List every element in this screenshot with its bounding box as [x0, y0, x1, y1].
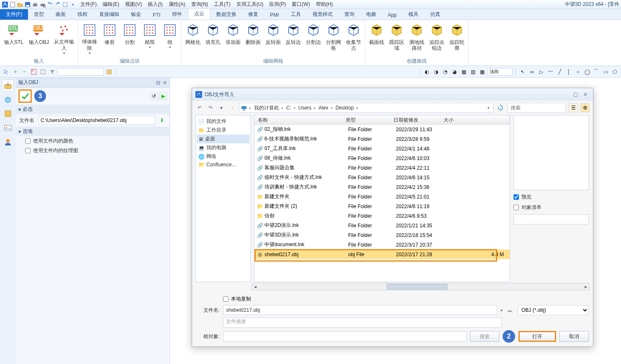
- plus-icon[interactable]: ＋: [12, 68, 19, 76]
- close-icon[interactable]: ✕: [163, 80, 167, 86]
- tree-item[interactable]: 🌐网络: [197, 152, 249, 161]
- preview-checkbox[interactable]: 预览: [513, 193, 590, 201]
- opt-use-color[interactable]: 使用文件内的颜色: [16, 136, 169, 146]
- ribbon-tab[interactable]: 电极: [360, 9, 382, 20]
- ribbon-tab[interactable]: 直接编辑: [93, 9, 125, 20]
- file-row[interactable]: ◎shebei0217.objobj File2022/2/17 21:284.…: [254, 249, 510, 259]
- file-row[interactable]: 📁新建文件夹File Folder2022/4/5 21:01: [254, 192, 510, 201]
- ribbon-tab[interactable]: 视觉样式: [307, 9, 339, 20]
- view-options-icon[interactable]: ⚙: [580, 103, 590, 112]
- file-row[interactable]: 🔗培训素材 - 快捷方式.lnkFile Folder2022/4/2 15:3…: [254, 182, 510, 192]
- ribbon-button[interactable]: 分割: [120, 21, 139, 55]
- menu-item[interactable]: 帮助(H): [313, 0, 336, 8]
- save-icon[interactable]: [24, 1, 31, 8]
- breadcrumb-dropdown[interactable]: ▾: [486, 106, 491, 110]
- poly-icon[interactable]: ⬠: [611, 68, 618, 76]
- file-row[interactable]: 🔗02_报销.lnkFile Folder2022/3/29 11:43: [254, 125, 510, 134]
- ribbon-tab[interactable]: 查询: [339, 9, 360, 20]
- redo-icon[interactable]: [54, 1, 61, 8]
- filter-input[interactable]: [58, 68, 104, 76]
- menu-item[interactable]: 应用(P): [267, 0, 288, 8]
- file-row[interactable]: 🔗客服问题合集File Folder2022/4/4 22:11: [254, 163, 510, 173]
- tool-icon[interactable]: ◑: [432, 68, 440, 76]
- ribbon-button[interactable]: 测地线路径: [407, 21, 426, 55]
- ribbon-tab[interactable]: 焊件: [166, 9, 188, 20]
- line-icon[interactable]: ╱: [556, 68, 563, 76]
- maximize-icon[interactable]: ▢: [571, 91, 580, 98]
- arc-icon[interactable]: ⌒: [593, 68, 600, 76]
- line-icon[interactable]: │: [565, 68, 572, 76]
- ribbon-tab[interactable]: App: [382, 10, 403, 20]
- breadcrumb-item[interactable]: 我的计算机: [252, 104, 281, 112]
- scroll-left-icon[interactable]: ◂: [252, 283, 259, 290]
- file-row[interactable]: 📁新建文件夹 (2)File Folder2022/4/6 11:19: [254, 201, 510, 211]
- dropdown-icon[interactable]: ▾: [69, 1, 76, 8]
- ribbon-button[interactable]: 分割边: [304, 21, 323, 55]
- breadcrumb-item[interactable]: Desktop: [334, 105, 356, 111]
- forward-icon[interactable]: ↷: [206, 104, 215, 112]
- ribbon-button[interactable]: 球体移除▾: [80, 21, 99, 55]
- browse-icon[interactable]: ⬇: [158, 116, 166, 125]
- confirm-button[interactable]: [18, 89, 32, 103]
- grid-select-icon[interactable]: [30, 68, 38, 76]
- tool-icon[interactable]: ◕: [451, 68, 458, 76]
- horizontal-scrollbar[interactable]: ◂ ▸: [251, 283, 590, 290]
- menu-item[interactable]: 查询(N): [189, 0, 211, 8]
- ribbon-button[interactable]: 组▾: [160, 21, 180, 55]
- ribbon-tab[interactable]: 点云: [188, 8, 210, 20]
- scroll-thumb[interactable]: [387, 284, 447, 290]
- ribbon-button[interactable]: 跟踪区域: [387, 21, 406, 55]
- ribbon-tab[interactable]: 模具: [403, 9, 424, 20]
- file-row[interactable]: 🔗中望3D演示.lnkFile Folder2022/2/18 15:54: [254, 230, 510, 240]
- up-icon[interactable]: ↑: [228, 104, 236, 112]
- ribbon-tab[interactable]: 数据交换: [210, 9, 242, 20]
- menu-item[interactable]: 插入(I): [145, 0, 165, 8]
- root-input[interactable]: [223, 331, 467, 341]
- tree-item[interactable]: 💻我的电脑: [197, 143, 249, 152]
- menu-item[interactable]: 视图(V): [123, 0, 144, 8]
- apply-icon[interactable]: ▶: [159, 92, 167, 100]
- ribbon-button[interactable]: 填充孔: [203, 21, 223, 55]
- menu-item[interactable]: 实用工具(U): [234, 0, 266, 8]
- menu-item[interactable]: 窗口(W): [289, 0, 312, 8]
- ribbon-button[interactable]: STL输入STL: [2, 21, 26, 55]
- section-required[interactable]: ▾必选: [16, 104, 169, 114]
- ribbon-tab[interactable]: 曲面: [50, 9, 72, 20]
- fullscreen-icon[interactable]: [62, 1, 69, 8]
- ribbon-button[interactable]: 追踪尖锐边: [427, 21, 447, 55]
- chain-icon[interactable]: ∞: [528, 68, 536, 76]
- new-icon[interactable]: [9, 1, 16, 8]
- file-row[interactable]: 🔗6-技术视频录制规范.lnkFile Folder2022/3/28 9:59: [254, 134, 510, 144]
- ribbon-button[interactable]: 删除面: [244, 21, 263, 55]
- tab-cube-icon[interactable]: [2, 94, 14, 105]
- col-name[interactable]: 名称: [254, 115, 342, 124]
- ribbon-button[interactable]: 从文件输入▾: [52, 21, 76, 55]
- file-row[interactable]: 📁信创File Folder2022/4/6 9:53: [254, 211, 510, 221]
- ribbon-button[interactable]: 反转面: [264, 21, 283, 55]
- file-row[interactable]: 🔗08_待做.lnkFile Folder2022/4/6 10:03: [254, 153, 510, 163]
- tool-icon[interactable]: ▩: [478, 68, 486, 76]
- menu-item[interactable]: 编辑(E): [100, 0, 122, 8]
- ribbon-button[interactable]: 精简▾: [140, 21, 159, 55]
- arrow-icon[interactable]: ↖: [519, 68, 526, 76]
- section-options[interactable]: ▾选项: [16, 127, 169, 136]
- filter-icon[interactable]: [49, 68, 56, 76]
- tab-box-icon[interactable]: [2, 108, 14, 120]
- tool-icon[interactable]: ▨: [469, 68, 477, 76]
- close-icon[interactable]: ✕: [581, 91, 590, 98]
- filename-input[interactable]: [223, 305, 497, 315]
- ribbon-tab[interactable]: 文件(F): [0, 9, 28, 20]
- tab-image-icon[interactable]: [2, 122, 14, 134]
- pin-icon[interactable]: ⊟: [156, 80, 160, 86]
- file-row[interactable]: 🔗中望2D演示.lnkFile Folder2022/1/21 14:35: [254, 221, 510, 230]
- ribbon-button[interactable]: 添加面: [223, 21, 243, 55]
- print-icon[interactable]: [32, 1, 38, 8]
- ribbon-tab[interactable]: 仿真: [424, 9, 446, 20]
- scroll-right-icon[interactable]: ▸: [583, 283, 589, 290]
- cursor-icon[interactable]: [3, 68, 10, 76]
- col-type[interactable]: 类型: [342, 115, 390, 124]
- ribbon-button[interactable]: 分割网格: [324, 21, 343, 55]
- ribbon-button[interactable]: 截面线: [367, 21, 386, 55]
- menu-item[interactable]: 属性(A): [166, 0, 188, 8]
- open-icon[interactable]: [17, 1, 23, 8]
